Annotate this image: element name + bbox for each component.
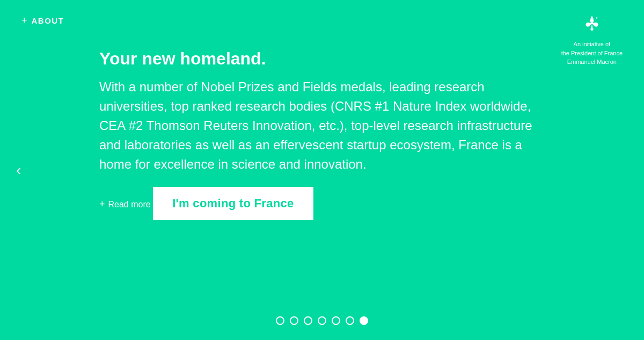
pagination-dot-3[interactable] (304, 316, 312, 325)
read-more-link[interactable]: + Read more (99, 199, 151, 210)
svg-point-0 (591, 22, 593, 24)
pagination-dot-7[interactable] (360, 316, 368, 325)
logo-container: An initiative of the President of France… (561, 15, 623, 67)
about-label: ABOUT (32, 16, 64, 25)
about-plus-icon: + (21, 15, 27, 26)
body-text: With a number of Nobel Prizes and Fields… (99, 77, 537, 174)
prev-arrow[interactable]: ‹ (16, 162, 21, 179)
read-more-label: Read more (108, 200, 151, 209)
pagination-dot-2[interactable] (290, 316, 298, 325)
pagination-dot-5[interactable] (332, 316, 340, 325)
logo-text: An initiative of the President of France… (561, 40, 623, 67)
page-container: + ABOUT An initiative of the President o… (0, 0, 644, 340)
pagination-dot-4[interactable] (318, 316, 326, 325)
headline: Your new homeland. (99, 48, 537, 69)
pagination-dot-1[interactable] (276, 316, 284, 325)
fleur-de-lis-icon (561, 15, 623, 37)
main-content: Your new homeland. With a number of Nobe… (99, 48, 537, 308)
about-nav[interactable]: + ABOUT (21, 15, 64, 26)
cta-button[interactable]: I'm coming to France (153, 187, 313, 220)
pagination-dot-6[interactable] (346, 316, 354, 325)
read-more-plus-icon: + (99, 199, 105, 210)
pagination (276, 316, 368, 325)
